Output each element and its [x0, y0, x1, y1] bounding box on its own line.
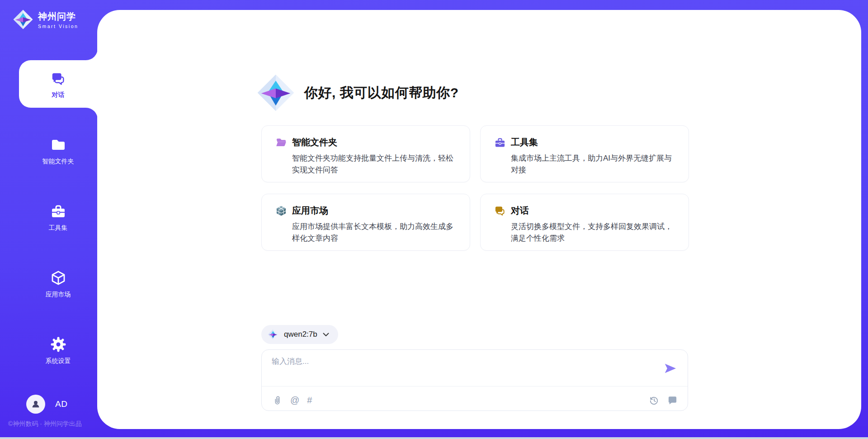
- sidebar-item-chat[interactable]: 对话: [19, 60, 97, 108]
- chat-icon: [49, 69, 67, 87]
- card-chat[interactable]: 对话 灵活切换多模型文件，支持多样回复效果调试，满足个性化需求: [480, 194, 689, 251]
- cube-icon: [49, 269, 67, 287]
- sidebar: 神州问学 Smart Vision 对话: [0, 0, 97, 437]
- sidebar-item-toolkit[interactable]: 工具集: [19, 193, 97, 241]
- greeting-logo-icon: [256, 73, 295, 112]
- composer: @ #: [261, 349, 688, 411]
- brand-logo-icon: [13, 9, 33, 30]
- greeting: 你好, 我可以如何帮助你?: [256, 73, 459, 112]
- card-smart-folder[interactable]: 智能文件夹 智能文件夹功能支持批量文件上传与清洗，轻松实现文件问答: [261, 125, 470, 182]
- sidebar-item-label: 对话: [52, 91, 65, 99]
- sidebar-item-label: 工具集: [49, 224, 68, 232]
- model-selector[interactable]: qwen2:7b: [261, 325, 338, 344]
- folder-icon: [275, 137, 287, 148]
- window-bottom-edge: [0, 437, 868, 439]
- card-desc: 灵活切换多模型文件，支持多样回复效果调试，满足个性化需求: [511, 221, 676, 244]
- model-name: qwen2:7b: [284, 330, 317, 339]
- send-icon[interactable]: [663, 362, 677, 375]
- card-desc: 智能文件夹功能支持批量文件上传与清洗，轻松实现文件问答: [292, 153, 457, 176]
- user-name: AD: [55, 399, 67, 409]
- sidebar-item-smart-folder[interactable]: 智能文件夹: [19, 127, 97, 174]
- sidebar-item-settings[interactable]: 系统设置: [19, 326, 97, 374]
- attach-icon[interactable]: [272, 395, 283, 406]
- feedback-icon[interactable]: [667, 395, 678, 406]
- brand-name: 神州问学: [38, 10, 78, 23]
- cube-icon: [275, 205, 287, 217]
- brand: 神州问学 Smart Vision: [13, 9, 78, 30]
- greeting-title: 你好, 我可以如何帮助你?: [304, 84, 459, 102]
- mention-icon[interactable]: @: [290, 396, 299, 405]
- chat-icon: [494, 205, 506, 217]
- history-icon[interactable]: [648, 395, 659, 406]
- main-panel: 你好, 我可以如何帮助你? 智能文件夹 智能文件夹功能支持批量文件上传与清洗，轻…: [97, 10, 861, 429]
- card-title: 智能文件夹: [292, 136, 337, 148]
- active-tab-notch-bottom: [86, 108, 98, 119]
- app-root: 神州问学 Smart Vision 对话: [0, 0, 868, 439]
- folder-icon: [49, 136, 67, 154]
- avatar: [26, 395, 45, 414]
- brand-subtitle: Smart Vision: [38, 24, 78, 29]
- card-app-market[interactable]: 应用市场 应用市场提供丰富长文本模板，助力高效生成多样化文章内容: [261, 194, 470, 251]
- card-title: 应用市场: [292, 205, 328, 217]
- card-title: 工具集: [511, 136, 538, 148]
- sidebar-item-label: 智能文件夹: [42, 157, 74, 166]
- briefcase-icon: [49, 202, 67, 220]
- copyright-text: ©神州数码 · 神州问学出品: [8, 420, 82, 428]
- model-logo-icon: [268, 329, 278, 340]
- composer-divider: [262, 386, 688, 387]
- composer-toolbar: @ #: [272, 392, 678, 408]
- active-tab-notch-top: [86, 48, 98, 60]
- chevron-down-icon: [323, 333, 329, 337]
- card-desc: 集成市场上主流工具，助力AI与外界无缝扩展与对接: [511, 153, 676, 176]
- sidebar-item-label: 应用市场: [46, 291, 71, 299]
- sidebar-item-app-market[interactable]: 应用市场: [19, 260, 97, 307]
- card-desc: 应用市场提供丰富长文本模板，助力高效生成多样化文章内容: [292, 221, 457, 244]
- card-title: 对话: [511, 205, 529, 217]
- sidebar-item-label: 系统设置: [46, 357, 71, 365]
- user-row[interactable]: AD: [26, 395, 67, 414]
- briefcase-icon: [494, 137, 506, 148]
- card-toolkit[interactable]: 工具集 集成市场上主流工具，助力AI与外界无缝扩展与对接: [480, 125, 689, 182]
- message-input[interactable]: [272, 356, 651, 382]
- feature-cards: 智能文件夹 智能文件夹功能支持批量文件上传与清洗，轻松实现文件问答 工具集 集成…: [261, 125, 689, 251]
- gear-icon: [49, 335, 67, 353]
- hash-icon[interactable]: #: [307, 396, 312, 405]
